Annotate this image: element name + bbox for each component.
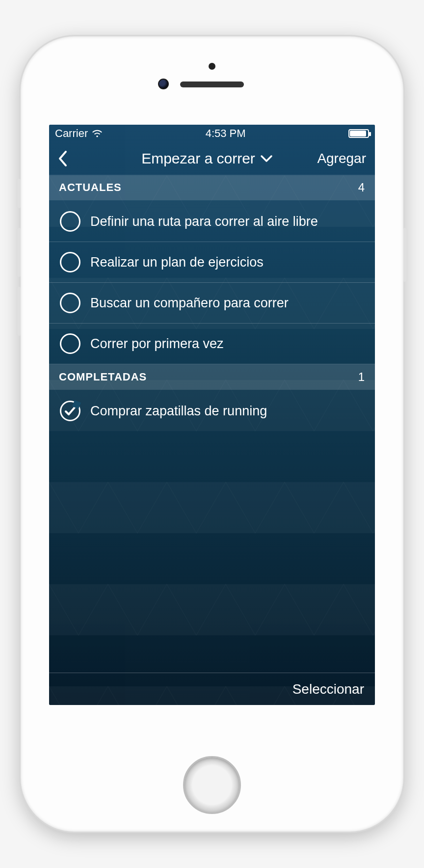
unchecked-circle-icon[interactable]	[60, 293, 80, 313]
section-header-completed: COMPLETADAS 1	[49, 364, 375, 390]
select-button[interactable]: Seleccionar	[292, 681, 364, 697]
task-row[interactable]: Definir una ruta para correr al aire lib…	[49, 201, 375, 242]
proximity-sensor	[209, 63, 215, 70]
unchecked-circle-icon[interactable]	[60, 333, 80, 354]
mute-switch	[18, 179, 21, 208]
task-label: Definir una ruta para correr al aire lib…	[90, 214, 318, 229]
task-label: Realizar un plan de ejercicios	[90, 255, 264, 270]
phone-frame: Carrier 4:53 PM	[21, 36, 403, 832]
home-button[interactable]	[183, 756, 241, 814]
nav-title-label: Empezar a correr	[141, 150, 255, 167]
section-count-current: 4	[358, 181, 365, 194]
spacer	[49, 431, 375, 673]
nav-bar: Empezar a correr Agregar	[49, 142, 375, 175]
volume-down-button	[18, 287, 21, 336]
status-time: 4:53 PM	[206, 127, 246, 140]
task-label: Comprar zapatillas de running	[90, 404, 267, 419]
unchecked-circle-icon[interactable]	[60, 211, 80, 232]
carrier-label: Carrier	[55, 127, 88, 140]
status-bar: Carrier 4:53 PM	[49, 125, 375, 142]
completed-task-list: Comprar zapatillas de running	[49, 390, 375, 431]
section-title-completed: COMPLETADAS	[59, 371, 147, 383]
task-row[interactable]: Buscar un compañero para correr	[49, 283, 375, 324]
status-right	[348, 129, 369, 138]
unchecked-circle-icon[interactable]	[60, 252, 80, 272]
volume-up-button	[18, 228, 21, 277]
status-left: Carrier	[55, 127, 103, 140]
section-count-completed: 1	[358, 370, 365, 384]
checkmark-icon	[64, 405, 77, 417]
app-content: Carrier 4:53 PM	[49, 125, 375, 705]
speaker-grille	[180, 81, 244, 87]
task-label: Correr por primera vez	[90, 336, 224, 352]
wifi-icon	[92, 128, 103, 139]
task-row[interactable]: Comprar zapatillas de running	[49, 391, 375, 431]
power-button	[403, 228, 406, 282]
current-task-list: Definir una ruta para correr al aire lib…	[49, 200, 375, 364]
task-row[interactable]: Correr por primera vez	[49, 324, 375, 364]
back-button[interactable]	[58, 150, 112, 167]
chevron-down-icon	[260, 154, 273, 163]
section-header-current: ACTUALES 4	[49, 175, 375, 200]
add-button[interactable]: Agregar	[302, 151, 366, 166]
bottom-bar: Seleccionar	[49, 673, 375, 705]
section-title-current: ACTUALES	[59, 181, 122, 194]
nav-title-dropdown[interactable]: Empezar a correr	[112, 150, 302, 167]
battery-fill	[350, 131, 366, 136]
task-row[interactable]: Realizar un plan de ejercicios	[49, 242, 375, 283]
battery-icon	[348, 129, 369, 138]
task-label: Buscar un compañero para correr	[90, 296, 289, 311]
screen: Carrier 4:53 PM	[49, 125, 375, 705]
checked-circle-icon[interactable]	[60, 401, 80, 421]
front-camera	[158, 79, 169, 89]
chevron-left-icon	[58, 150, 68, 167]
